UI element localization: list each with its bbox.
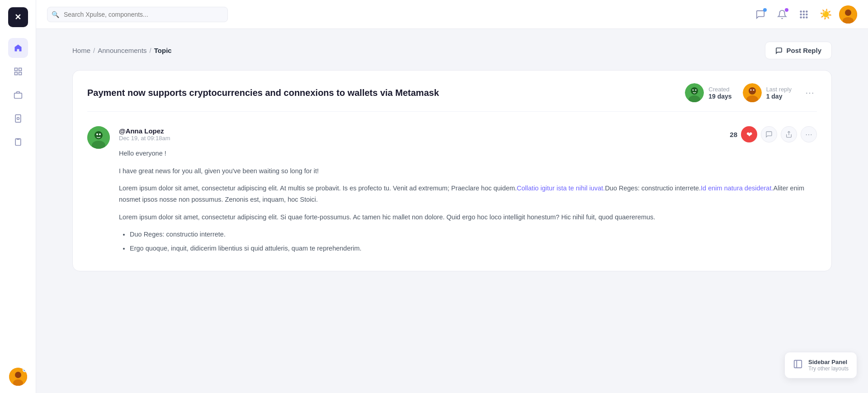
sidebar-item-briefcase[interactable] xyxy=(8,85,28,105)
logo-icon: ✕ xyxy=(14,12,21,22)
post-author-row: @Anna Lopez Dec 19, at 09:18am 28 ❤ xyxy=(119,126,817,142)
created-value: 19 days xyxy=(708,93,731,100)
post-actions: 28 ❤ ⋯ xyxy=(730,126,817,142)
post-greeting: Hello everyone ! xyxy=(119,148,817,159)
topic-card: Payment now supports cryptocurrencies an… xyxy=(72,70,832,271)
svg-point-9 xyxy=(15,372,21,378)
breadcrumb-home[interactable]: Home xyxy=(72,47,90,54)
comment-button[interactable] xyxy=(761,126,777,142)
topbar: 🔍 ☀️ xyxy=(36,0,868,29)
svg-rect-3 xyxy=(19,72,21,75)
last-reply-value: 1 day xyxy=(766,93,792,100)
user-avatar-small[interactable] xyxy=(9,368,27,386)
post-author-name: @Anna Lopez xyxy=(119,127,170,135)
svg-point-26 xyxy=(693,90,694,91)
post-line3: Lorem ipsum dolor sit amet, consectetur … xyxy=(119,212,817,223)
svg-point-15 xyxy=(803,14,805,15)
svg-rect-5 xyxy=(15,115,21,123)
svg-point-17 xyxy=(800,17,802,18)
svg-point-13 xyxy=(806,11,807,12)
topic-created-meta: Created 19 days xyxy=(685,83,731,102)
post-link1[interactable]: Collatio igitur ista te nihil iuvat. xyxy=(517,185,605,192)
search-icon: 🔍 xyxy=(52,11,59,18)
svg-rect-1 xyxy=(19,68,21,71)
svg-point-6 xyxy=(17,118,19,120)
breadcrumb-sep1: / xyxy=(93,47,95,54)
topic-more-button[interactable]: ⋯ xyxy=(802,85,817,100)
post-avatar xyxy=(87,126,110,149)
svg-point-29 xyxy=(749,87,756,95)
sidebar-panel-hint[interactable]: Sidebar Panel Try other layouts xyxy=(784,352,857,379)
svg-point-21 xyxy=(845,9,851,16)
svg-point-16 xyxy=(806,14,807,15)
svg-rect-2 xyxy=(14,72,17,75)
sidebar-item-clipboard[interactable] xyxy=(8,132,28,152)
svg-point-24 xyxy=(691,87,698,95)
content: Home / Announcements / Topic Post Reply … xyxy=(36,29,868,393)
breadcrumb-sep2: / xyxy=(150,47,151,54)
svg-point-37 xyxy=(99,133,101,135)
svg-rect-38 xyxy=(794,360,802,368)
svg-rect-0 xyxy=(14,68,17,71)
like-button[interactable]: ❤ xyxy=(741,126,757,142)
breadcrumb-announcements[interactable]: Announcements xyxy=(98,47,146,54)
post: @Anna Lopez Dec 19, at 09:18am 28 ❤ xyxy=(87,123,817,258)
chat-button[interactable] xyxy=(752,6,769,23)
svg-point-27 xyxy=(695,90,697,91)
breadcrumb-row: Home / Announcements / Topic Post Reply xyxy=(72,42,832,59)
post-author-info: @Anna Lopez Dec 19, at 09:18am xyxy=(119,127,170,142)
svg-point-36 xyxy=(96,133,98,135)
sidebar-item-home[interactable] xyxy=(8,38,28,58)
search-box: 🔍 xyxy=(47,7,228,22)
logo-button[interactable]: ✕ xyxy=(8,7,28,27)
post-link2[interactable]: Id enim natura desiderat. xyxy=(701,185,773,192)
svg-point-31 xyxy=(750,90,751,91)
breadcrumb-current: Topic xyxy=(154,47,172,54)
post-body: @Anna Lopez Dec 19, at 09:18am 28 ❤ xyxy=(119,126,817,258)
main-area: 🔍 ☀️ xyxy=(36,0,868,393)
topic-last-reply-meta: Last reply 1 day xyxy=(743,83,792,102)
panel-title: Sidebar Panel xyxy=(808,359,849,365)
chat-notification-dot xyxy=(763,8,767,12)
created-label: Created xyxy=(708,86,731,93)
sidebar-rail: ✕ xyxy=(0,0,36,393)
svg-point-14 xyxy=(800,14,802,15)
bell-button[interactable] xyxy=(774,6,790,23)
sidebar-item-grid[interactable] xyxy=(8,62,28,81)
topic-header: Payment now supports cryptocurrencies an… xyxy=(87,83,817,112)
share-button[interactable] xyxy=(781,126,797,142)
post-reply-button[interactable]: Post Reply xyxy=(765,42,832,59)
breadcrumb: Home / Announcements / Topic xyxy=(72,47,172,54)
sidebar-item-document[interactable] xyxy=(8,109,28,128)
svg-rect-4 xyxy=(14,93,22,99)
svg-point-11 xyxy=(800,11,802,12)
post-line2: Lorem ipsum dolor sit amet, consectetur … xyxy=(119,183,817,205)
user-avatar-large[interactable] xyxy=(839,5,857,24)
search-input[interactable] xyxy=(47,7,228,22)
post-bullet-list: Duo Reges: constructio interrete. Ergo q… xyxy=(130,229,817,254)
panel-subtitle: Try other layouts xyxy=(808,365,849,372)
panel-text: Sidebar Panel Try other layouts xyxy=(808,359,849,372)
svg-point-18 xyxy=(803,17,805,18)
post-line1: I have great news for you all, given you… xyxy=(119,166,817,177)
topic-created-avatar xyxy=(685,83,704,102)
bell-notification-dot xyxy=(785,8,788,12)
post-content: Hello everyone ! I have great news for y… xyxy=(119,148,817,254)
svg-point-19 xyxy=(806,17,807,18)
topic-last-reply-info: Last reply 1 day xyxy=(766,86,792,100)
notification-badge xyxy=(23,368,27,372)
topic-created-info: Created 19 days xyxy=(708,86,731,100)
topbar-right: ☀️ xyxy=(752,5,857,24)
theme-toggle[interactable]: ☀️ xyxy=(817,6,834,23)
post-bullet2: Ergo quoque, inquit, didicerim libentius… xyxy=(130,243,817,254)
grid-button[interactable] xyxy=(796,6,812,23)
sidebar-bottom xyxy=(9,368,27,386)
topic-meta: Created 19 days xyxy=(685,83,817,102)
topic-title: Payment now supports cryptocurrencies an… xyxy=(87,87,674,99)
topic-last-reply-avatar xyxy=(743,83,762,102)
post-reply-label: Post Reply xyxy=(786,47,821,54)
svg-point-32 xyxy=(753,90,754,91)
post-bullet1: Duo Reges: constructio interrete. xyxy=(130,229,817,240)
post-more-button[interactable]: ⋯ xyxy=(801,126,817,142)
post-date: Dec 19, at 09:18am xyxy=(119,135,170,142)
